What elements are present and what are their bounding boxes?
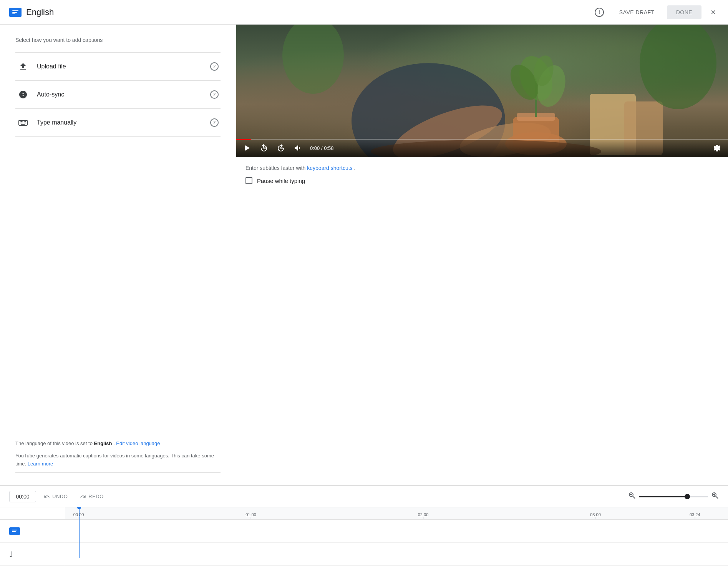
ruler-label-1: 01:00 <box>245 512 256 517</box>
feedback-button[interactable]: ! <box>592 5 607 20</box>
svg-rect-12 <box>20 123 21 123</box>
svg-rect-7 <box>20 121 21 122</box>
progress-fill <box>236 139 251 140</box>
undo-label: UNDO <box>52 494 68 499</box>
option-upload[interactable]: Upload file ? <box>15 53 221 81</box>
timeline-area: 00:00 UNDO REDO <box>0 485 728 570</box>
video-settings-button[interactable] <box>711 142 723 154</box>
close-button[interactable]: × <box>708 5 719 20</box>
autosync-help-button[interactable]: ? <box>208 88 221 101</box>
type-manually-label: Type manually <box>37 119 208 126</box>
subtitle-hint-text: Enter subtitles faster with <box>245 165 307 171</box>
svg-rect-17 <box>24 123 25 123</box>
upload-help-button[interactable]: ? <box>208 60 221 73</box>
subtitle-section: Enter subtitles faster with keyboard sho… <box>236 157 728 192</box>
autosync-label: Auto-sync <box>37 91 208 98</box>
svg-text:10: 10 <box>263 147 266 150</box>
svg-rect-10 <box>24 121 25 122</box>
edit-language-link[interactable]: Edit video language <box>116 440 160 446</box>
header: English ! SAVE DRAFT DONE × <box>0 0 728 25</box>
option-autosync[interactable]: Auto-sync ? <box>15 81 221 109</box>
playhead-dot <box>77 507 81 509</box>
svg-rect-13 <box>21 123 22 123</box>
svg-line-39 <box>633 496 635 499</box>
ruler-label-3: 03:00 <box>590 512 601 517</box>
pause-option: Pause while typing <box>245 177 719 184</box>
ruler-tick-1 <box>251 517 251 519</box>
footer-text: The language of this video is set to Eng… <box>15 440 221 473</box>
video-time: 0:00 / 0:58 <box>310 145 706 151</box>
save-draft-button[interactable]: SAVE DRAFT <box>613 6 661 18</box>
keyboard-shortcuts-link[interactable]: keyboard shortcuts <box>307 165 352 171</box>
undo-button[interactable]: UNDO <box>39 491 72 502</box>
timeline-sidebar: ♩ <box>0 507 65 570</box>
caption-track-row[interactable] <box>65 520 728 543</box>
svg-rect-15 <box>25 123 26 123</box>
timeline-content: ♩ 00:00 01:00 02:00 03:00 03:24 <box>0 507 728 570</box>
youtube-studio-icon <box>9 8 22 17</box>
video-scene <box>236 25 728 157</box>
ruler-tick-2 <box>423 517 423 519</box>
upload-icon <box>15 62 31 71</box>
zoom-in-icon[interactable] <box>711 492 719 501</box>
right-panel: 10 10 0:00 / 0:58 <box>236 25 728 485</box>
timeline-ruler-spacer <box>0 507 65 520</box>
header-logo: English <box>9 7 592 17</box>
music-track-icon: ♩ <box>9 550 13 559</box>
timeline-tracks: 00:00 01:00 02:00 03:00 03:24 <box>65 507 728 570</box>
svg-rect-8 <box>21 121 22 122</box>
svg-rect-46 <box>12 530 17 530</box>
video-controls: 10 10 0:00 / 0:58 <box>236 139 728 157</box>
type-manually-help-button[interactable]: ? <box>208 116 221 129</box>
redo-button[interactable]: REDO <box>75 491 108 502</box>
timeline-toolbar: 00:00 UNDO REDO <box>0 486 728 507</box>
svg-rect-2 <box>12 12 17 13</box>
done-button[interactable]: DONE <box>667 5 701 19</box>
forward-button[interactable]: 10 <box>275 142 287 154</box>
svg-rect-9 <box>23 121 23 122</box>
redo-icon <box>80 494 86 500</box>
upload-label: Upload file <box>37 63 208 70</box>
timeline-ruler: 00:00 01:00 02:00 03:00 03:24 <box>65 507 728 520</box>
svg-rect-1 <box>12 10 18 11</box>
autosync-help-icon: ? <box>210 90 219 99</box>
zoom-slider[interactable] <box>639 496 708 497</box>
ruler-tick-3 <box>595 517 596 519</box>
svg-rect-16 <box>23 123 23 123</box>
zoom-fill <box>639 496 687 497</box>
language-note-prefix: The language of this video is set to <box>15 440 94 446</box>
svg-marker-35 <box>245 145 250 151</box>
volume-button[interactable] <box>292 142 304 154</box>
caption-track-icon <box>9 527 20 535</box>
learn-more-link[interactable]: Learn more <box>28 461 53 467</box>
video-thumbnail <box>236 25 728 157</box>
ruler-tick-4 <box>695 517 695 519</box>
redo-label: REDO <box>88 494 104 499</box>
svg-text:10: 10 <box>280 147 283 150</box>
header-actions: ! SAVE DRAFT DONE × <box>592 5 719 20</box>
left-panel: Select how you want to add captions Uplo… <box>0 25 236 485</box>
video-container: 10 10 0:00 / 0:58 <box>236 25 728 157</box>
zoom-thumb[interactable] <box>685 494 690 499</box>
upload-help-icon: ? <box>210 62 219 71</box>
ruler-label-4: 03:24 <box>690 512 700 517</box>
main-content: Select how you want to add captions Uplo… <box>0 25 728 485</box>
pause-while-typing-checkbox[interactable] <box>245 177 252 184</box>
time-display[interactable]: 00:00 <box>9 491 36 502</box>
keyboard-icon <box>15 118 31 127</box>
language-note: The language of this video is set to Eng… <box>15 440 221 448</box>
zoom-out-icon[interactable] <box>628 492 636 501</box>
ruler-label-2: 02:00 <box>418 512 429 517</box>
music-track-row[interactable] <box>65 543 728 566</box>
play-button[interactable] <box>241 142 253 154</box>
section-title: Select how you want to add captions <box>15 37 221 43</box>
page-title: English <box>26 7 54 17</box>
playhead <box>79 507 80 558</box>
rewind-button[interactable]: 10 <box>258 142 270 154</box>
zoom-section <box>628 492 719 501</box>
language-name: English <box>94 440 112 446</box>
progress-bar[interactable] <box>236 139 728 140</box>
svg-rect-47 <box>12 531 16 532</box>
subtitle-hint-suffix: . <box>354 165 355 171</box>
option-type-manually[interactable]: Type manually ? <box>15 109 221 137</box>
